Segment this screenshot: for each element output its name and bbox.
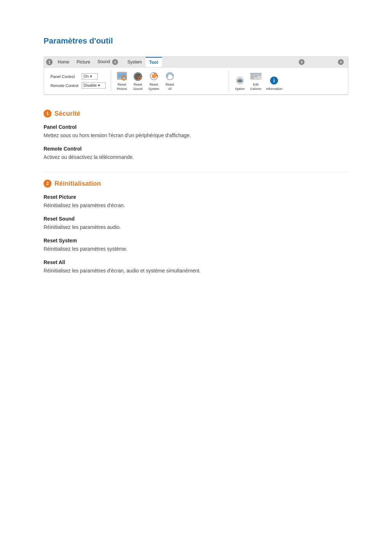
svg-rect-23 [251, 75, 254, 76]
reset-sound-icon [132, 71, 144, 82]
section-divider [44, 172, 348, 172]
svg-rect-18 [237, 81, 242, 82]
tab-picture[interactable]: Picture [73, 57, 94, 67]
section-securite: 1 Sécurité Panel Control Mettez sous ou … [44, 110, 348, 161]
badge-2: 2 [112, 59, 118, 65]
reset-all-section-desc: Réinitialisez les paramètres d'écran, au… [44, 267, 348, 275]
svg-rect-26 [255, 75, 257, 76]
reset-system-button[interactable]: Reset System [147, 70, 161, 91]
svg-rect-27 [255, 77, 257, 77]
svg-rect-28 [258, 75, 261, 76]
reset-sound-section: Reset Sound Réinitialisez les paramètres… [44, 216, 348, 231]
section-reinitialisation-title: 2 Réinitialisation [44, 180, 348, 188]
reset-all-button[interactable]: Reset All [163, 70, 177, 91]
edit-column-label-2: Column [250, 87, 261, 91]
reset-picture-section-desc: Réinitialisez les paramètres d'écran. [44, 202, 348, 209]
tab-system[interactable]: System [124, 57, 146, 67]
reset-system-label-2: System [148, 87, 159, 91]
reset-all-label-2: All [168, 87, 172, 91]
page-container: Paramètres d'outil 1 Home Picture Sound2… [0, 0, 392, 315]
reset-sound-label-1: Reset [134, 83, 142, 86]
reset-system-icon [148, 71, 160, 82]
reset-all-icon [164, 71, 176, 82]
tab-sound[interactable]: Sound2 [94, 57, 124, 67]
remote-control-section: Remote Control Activez ou désactivez la … [44, 146, 348, 161]
option-label: Option [235, 87, 245, 91]
svg-point-11 [152, 74, 156, 78]
section-heading-1: Sécurité [54, 110, 80, 118]
remote-control-section-desc: Activez ou désactivez la télécommande. [44, 153, 348, 161]
panel-control-label: Panel Control [50, 74, 79, 79]
svg-point-7 [137, 76, 139, 77]
panel-control-section: Panel Control Mettez sous ou hors tensio… [44, 124, 348, 139]
reset-all-section-title: Reset All [44, 259, 348, 265]
separator-2 [229, 70, 229, 91]
option-button[interactable]: Option [233, 75, 247, 91]
reset-icon-group: Reset Picture [113, 70, 226, 91]
panel-control-value[interactable]: On ▾ [82, 73, 98, 79]
separator-1 [111, 70, 111, 91]
svg-rect-17 [237, 80, 242, 81]
tab-home[interactable]: Home [54, 57, 73, 67]
edit-column-icon [250, 71, 262, 82]
tab-tool[interactable]: Tool [146, 57, 162, 67]
right-icon-group: Option [231, 70, 344, 91]
reset-picture-button[interactable]: Reset Picture [115, 70, 129, 91]
tab-bar: 1 Home Picture Sound2 System Tool 3 4 [44, 57, 348, 67]
reset-all-section: Reset All Réinitialisez les paramètres d… [44, 259, 348, 275]
reset-sound-section-title: Reset Sound [44, 216, 348, 222]
reset-picture-label-2: Picture [117, 87, 127, 91]
panel-control-section-desc: Mettez sous ou hors tension l'écran d'un… [44, 132, 348, 139]
edit-column-button[interactable]: Edit Column [249, 70, 263, 91]
section-heading-2: Réinitialisation [54, 180, 101, 188]
edit-column-label-1: Edit [253, 83, 259, 86]
toolbar-body: Panel Control On ▾ Remote Control Disabl… [44, 67, 348, 95]
section-num-2: 2 [44, 180, 52, 188]
left-panel: Panel Control On ▾ Remote Control Disabl… [48, 72, 109, 90]
svg-rect-20 [250, 73, 261, 74]
remote-control-value[interactable]: Disable ▾ [82, 82, 106, 89]
information-icon: i [268, 75, 280, 86]
ui-screenshot: 1 Home Picture Sound2 System Tool 3 4 Pa… [44, 57, 348, 95]
reset-picture-section-title: Reset Picture [44, 194, 348, 200]
remote-control-row: Remote Control Disable ▾ [50, 82, 106, 89]
option-icon [234, 75, 246, 86]
page-title: Paramètres d'outil [44, 36, 348, 46]
reset-sound-button[interactable]: Reset Sound [131, 70, 145, 91]
section-reinitialisation: 2 Réinitialisation Reset Picture Réiniti… [44, 180, 348, 275]
reset-picture-label-1: Reset [118, 83, 126, 86]
reset-system-section-title: Reset System [44, 238, 348, 243]
information-label: Information [266, 87, 282, 91]
svg-rect-25 [251, 78, 254, 79]
svg-rect-24 [251, 77, 254, 77]
remote-control-section-title: Remote Control [44, 146, 348, 152]
panel-control-row: Panel Control On ▾ [50, 73, 106, 79]
badge-1: 1 [46, 59, 53, 65]
section-num-1: 1 [44, 110, 52, 118]
panel-control-section-title: Panel Control [44, 124, 348, 130]
badge-3: 3 [299, 59, 305, 65]
reset-system-section: Reset System Réinitialisez les paramètre… [44, 238, 348, 253]
remote-control-label: Remote Control [50, 83, 79, 88]
reset-sound-section-desc: Réinitialisez les paramètres audio. [44, 223, 348, 231]
badge-4: 4 [338, 59, 344, 65]
reset-picture-section: Reset Picture Réinitialisez les paramètr… [44, 194, 348, 209]
section-securite-title: 1 Sécurité [44, 110, 348, 118]
reset-picture-icon [116, 71, 128, 82]
reset-sound-label-2: Sound [133, 87, 143, 91]
information-button[interactable]: i Information [265, 75, 284, 91]
reset-all-label-1: Reset [166, 83, 174, 86]
reset-system-section-desc: Réinitialisez les paramètres système. [44, 245, 348, 253]
reset-system-label-1: Reset [150, 83, 158, 86]
svg-text:i: i [273, 78, 275, 83]
